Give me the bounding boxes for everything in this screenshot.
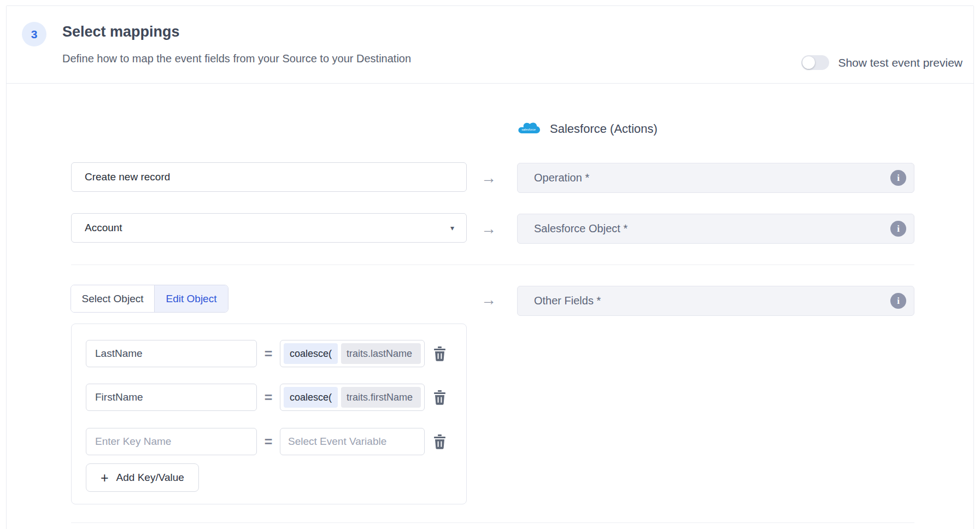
function-chip[interactable]: coalesce( xyxy=(284,343,338,364)
value-expression-box[interactable]: coalesce( traits.firstName xyxy=(280,384,425,411)
salesforce-logo-icon: salesforce xyxy=(517,121,540,137)
equals-icon: = xyxy=(257,390,280,405)
kv-row-empty: = xyxy=(86,428,446,455)
step-header: 3 Select mappings Define how to map the … xyxy=(7,6,973,84)
function-chip[interactable]: coalesce( xyxy=(284,387,338,408)
equals-icon: = xyxy=(257,346,280,362)
object-target-label: Salesforce Object * xyxy=(518,222,890,235)
operation-target-label: Operation * xyxy=(518,172,890,184)
object-select-value[interactable] xyxy=(72,222,450,234)
info-icon[interactable]: i xyxy=(890,221,906,237)
object-source-field[interactable]: ▾ xyxy=(71,213,467,243)
object-target-field: Salesforce Object * i xyxy=(517,214,914,244)
arrow-right-icon: → xyxy=(478,169,500,187)
key-value-editor-panel: = coalesce( traits.lastName = coa xyxy=(71,324,467,504)
toggle-knob xyxy=(802,56,815,69)
delete-row-button[interactable] xyxy=(433,434,446,449)
plus-icon: + xyxy=(101,471,109,485)
arrow-right-icon: → xyxy=(478,220,500,238)
page-subtitle: Define how to map the event fields from … xyxy=(62,52,411,65)
add-key-value-button[interactable]: + Add Key/Value xyxy=(86,463,199,492)
equals-icon: = xyxy=(257,434,280,450)
salesforce-logo-text: salesforce xyxy=(521,128,536,131)
trash-icon xyxy=(433,390,446,405)
mappings-card: 3 Select mappings Define how to map the … xyxy=(6,5,974,529)
event-variable-input[interactable] xyxy=(280,428,425,455)
delete-row-button[interactable] xyxy=(433,346,446,361)
destination-name: Salesforce (Actions) xyxy=(550,122,658,136)
add-key-value-label: Add Key/Value xyxy=(116,472,184,484)
test-event-preview-control: Show test event preview xyxy=(801,55,963,70)
step-number-badge: 3 xyxy=(22,22,46,46)
operation-target-field: Operation * i xyxy=(517,163,914,193)
bottom-divider xyxy=(71,522,914,523)
section-divider xyxy=(71,264,914,265)
object-mode-tabs: Select Object Edit Object xyxy=(71,285,228,313)
variable-chip[interactable]: traits.firstName xyxy=(341,387,421,408)
operation-source-field xyxy=(71,162,467,192)
value-expression-box[interactable]: coalesce( traits.lastName xyxy=(280,340,425,367)
page-title: Select mappings xyxy=(62,23,180,40)
destination-header: salesforce Salesforce (Actions) xyxy=(517,121,658,137)
chevron-down-icon[interactable]: ▾ xyxy=(450,224,466,232)
kv-row-lastname: = coalesce( traits.lastName xyxy=(86,340,446,367)
key-name-input[interactable] xyxy=(86,340,257,367)
info-icon[interactable]: i xyxy=(890,170,906,186)
toggle-label: Show test event preview xyxy=(838,56,963,69)
other-fields-target-label: Other Fields * xyxy=(518,295,890,307)
key-name-input[interactable] xyxy=(86,384,257,411)
kv-row-firstname: = coalesce( traits.firstName xyxy=(86,384,446,411)
delete-row-button[interactable] xyxy=(433,390,446,405)
info-icon[interactable]: i xyxy=(890,293,906,309)
show-test-event-preview-toggle[interactable] xyxy=(801,55,829,70)
operation-input[interactable] xyxy=(72,171,466,183)
key-name-input[interactable] xyxy=(86,428,257,455)
tab-edit-object[interactable]: Edit Object xyxy=(155,285,228,312)
arrow-right-icon: → xyxy=(478,291,500,309)
tab-select-object[interactable]: Select Object xyxy=(71,285,155,312)
trash-icon xyxy=(433,434,446,449)
trash-icon xyxy=(433,346,446,361)
variable-chip[interactable]: traits.lastName xyxy=(341,343,421,364)
other-fields-target-field: Other Fields * i xyxy=(517,286,914,316)
